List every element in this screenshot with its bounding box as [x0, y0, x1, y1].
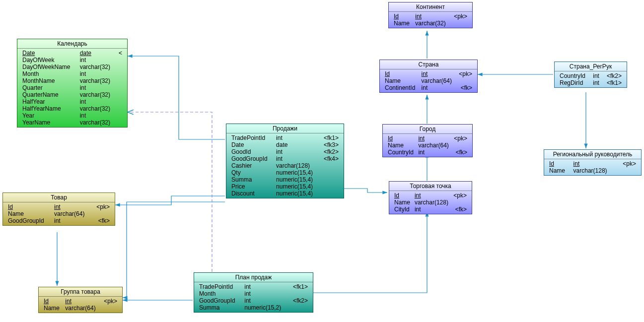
entity-columns: Idint<pk> Namevarchar(64) CountryIdint<f…: [386, 135, 469, 156]
entity-sales-plan[interactable]: План продаж TradePointIdint<fk1> Monthin…: [194, 272, 313, 313]
entity-sales[interactable]: Продажи TradePointIdint<fk1> Datedate<fk…: [226, 124, 344, 198]
entity-columns: Idint<pk> Namevarchar(64): [42, 298, 119, 312]
entity-columns: Idint<pk> Namevarchar(128): [547, 160, 638, 174]
entity-continent[interactable]: Континент Idint<pk> Namevarchar(32): [388, 2, 473, 28]
entity-columns: Datedate< DayOfWeekint DayOfWeekNamevarc…: [20, 50, 124, 126]
entity-columns: TradePointIdint<fk1> Monthint GoodGroupI…: [197, 283, 310, 311]
entity-title: Календарь: [17, 39, 127, 49]
entity-country-regdir[interactable]: Страна_РегРук CountryIdint<fk2> RegDirId…: [554, 62, 627, 88]
entity-columns: CountryIdint<fk2> RegDirIdint<fk1>: [558, 72, 624, 86]
entity-title: Региональный руководитель: [544, 150, 641, 159]
entity-good[interactable]: Товар Idint<pk> Namevarchar(64) GoodGrou…: [2, 193, 115, 226]
entity-columns: Idint<pk> Namevarchar(32): [392, 13, 469, 27]
entity-columns: TradePointIdint<fk1> Datedate<fk3> GoodI…: [229, 134, 341, 197]
entity-country[interactable]: Страна Idint<pk> Namevarchar(64) Contine…: [379, 60, 478, 93]
entity-title: Товар: [3, 193, 115, 202]
entity-regional-director[interactable]: Региональный руководитель Idint<pk> Name…: [544, 149, 642, 176]
entity-good-group[interactable]: Группа товара Idint<pk> Namevarchar(64): [38, 287, 123, 313]
diagram-canvas: Календарь Datedate< DayOfWeekint DayOfWe…: [0, 0, 644, 322]
entity-title: Страна: [380, 60, 477, 69]
entity-title: Страна_РегРук: [555, 62, 627, 71]
entity-title: Группа товара: [39, 287, 122, 297]
entity-title: Континент: [389, 2, 472, 12]
entity-title: Город: [383, 125, 472, 134]
entity-title: План продаж: [194, 273, 313, 282]
entity-trade-point[interactable]: Торговая точка Idint<pk> Namevarchar(128…: [389, 181, 472, 214]
entity-city[interactable]: Город Idint<pk> Namevarchar(64) CountryI…: [382, 124, 473, 157]
entity-columns: Idint<pk> Namevarchar(128) CityIdint<fk>: [392, 192, 469, 213]
entity-title: Торговая точка: [389, 182, 472, 191]
entity-columns: Idint<pk> Namevarchar(64) ContinentIdint…: [383, 70, 474, 91]
entity-columns: Idint<pk> Namevarchar(64) GoodGroupIdint…: [6, 203, 112, 224]
entity-calendar[interactable]: Календарь Datedate< DayOfWeekint DayOfWe…: [17, 39, 128, 128]
entity-title: Продажи: [226, 124, 344, 133]
